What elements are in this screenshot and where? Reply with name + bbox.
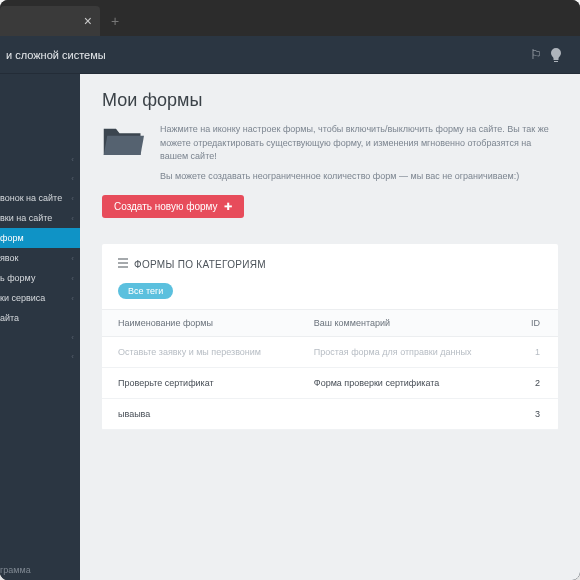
sidebar-item[interactable]: вонок на сайте‹ <box>0 188 80 208</box>
browser-tab[interactable]: × <box>0 6 100 36</box>
app-body: ‹ ‹вонок на сайте‹вки на сайте‹формявок‹… <box>0 74 580 580</box>
sidebar-item[interactable]: ‹ <box>0 169 80 188</box>
cell-comment: Простая форма для отправки данных <box>298 337 510 368</box>
create-form-button[interactable]: Создать новую форму ✚ <box>102 195 244 218</box>
forms-table: Наименование формы Ваш комментарий ID Ос… <box>102 309 558 430</box>
cell-comment: Форма проверки сертификата <box>298 368 510 399</box>
sidebar-item[interactable]: явок‹ <box>0 248 80 268</box>
panel-heading: ФОРМЫ ПО КАТЕГОРИЯМ <box>102 244 558 280</box>
sidebar-item-label: форм <box>0 233 74 243</box>
list-icon <box>118 258 128 270</box>
sidebar-item-label: айта <box>0 313 74 323</box>
sidebar-item-label: вонок на сайте <box>0 193 71 203</box>
cell-id: 3 <box>510 399 558 430</box>
forms-panel: ФОРМЫ ПО КАТЕГОРИЯМ Все теги Наименовани… <box>102 244 558 430</box>
table-row[interactable]: ываыва3 <box>102 399 558 430</box>
sidebar-item[interactable]: ‹ <box>0 150 80 169</box>
intro-line-2: Вы можете создавать неограниченное колич… <box>160 170 558 184</box>
browser-window: × + и сложной системы ⚐ ‹ ‹вонок на сайт… <box>0 0 580 580</box>
plus-icon: ✚ <box>224 201 232 212</box>
browser-tabbar: × + <box>0 0 580 36</box>
cell-name: ываыва <box>102 399 298 430</box>
cell-name: Оставьте заявку и мы перезвоним <box>102 337 298 368</box>
sidebar-item[interactable]: айта <box>0 308 80 328</box>
lightbulb-icon[interactable] <box>546 48 566 62</box>
table-row[interactable]: Оставьте заявку и мы перезвонимПростая ф… <box>102 337 558 368</box>
col-id: ID <box>510 310 558 337</box>
cell-name: Проверьте сертификат <box>102 368 298 399</box>
cell-comment <box>298 399 510 430</box>
sidebar-item-label: явок <box>0 253 71 263</box>
page-title: Мои формы <box>102 90 558 111</box>
sidebar-item-label: вки на сайте <box>0 213 71 223</box>
table-row[interactable]: Проверьте сертификатФорма проверки серти… <box>102 368 558 399</box>
chevron-left-icon: ‹ <box>71 352 74 361</box>
chevron-left-icon: ‹ <box>71 274 74 283</box>
cell-id: 1 <box>510 337 558 368</box>
sidebar-item-label: ь форму <box>0 273 71 283</box>
close-icon[interactable]: × <box>84 13 92 29</box>
sidebar-item[interactable]: ь форму‹ <box>0 268 80 288</box>
create-form-label: Создать новую форму <box>114 201 218 212</box>
sidebar-item-active[interactable]: форм <box>0 228 80 248</box>
chevron-left-icon: ‹ <box>71 155 74 164</box>
flag-icon[interactable]: ⚐ <box>526 47 546 62</box>
sidebar-item[interactable]: ‹ <box>0 328 80 347</box>
intro-line-1: Нажмите на иконку настроек формы, чтобы … <box>160 123 558 164</box>
col-name: Наименование формы <box>102 310 298 337</box>
sidebar-item[interactable]: ‹ <box>0 347 80 366</box>
chevron-left-icon: ‹ <box>71 333 74 342</box>
sidebar: ‹ ‹вонок на сайте‹вки на сайте‹формявок‹… <box>0 74 80 580</box>
folder-icon <box>102 123 144 159</box>
chevron-left-icon: ‹ <box>71 214 74 223</box>
chevron-left-icon: ‹ <box>71 254 74 263</box>
sidebar-item[interactable]: ки сервиса‹ <box>0 288 80 308</box>
chevron-left-icon: ‹ <box>71 174 74 183</box>
app-chrome: и сложной системы ⚐ ‹ ‹вонок на сайте‹вк… <box>0 36 580 580</box>
sidebar-item[interactable]: вки на сайте‹ <box>0 208 80 228</box>
tag-all[interactable]: Все теги <box>118 283 173 299</box>
app-title: и сложной системы <box>6 49 526 61</box>
cell-id: 2 <box>510 368 558 399</box>
content-area: Мои формы Нажмите на иконку настроек фор… <box>80 74 580 580</box>
chevron-left-icon: ‹ <box>71 294 74 303</box>
chevron-left-icon: ‹ <box>71 194 74 203</box>
sidebar-item-label: ки сервиса <box>0 293 71 303</box>
sidebar-footer-item[interactable]: грамма <box>0 560 80 580</box>
app-header: и сложной системы ⚐ <box>0 36 580 74</box>
col-comment: Ваш комментарий <box>298 310 510 337</box>
new-tab-button[interactable]: + <box>100 6 130 36</box>
